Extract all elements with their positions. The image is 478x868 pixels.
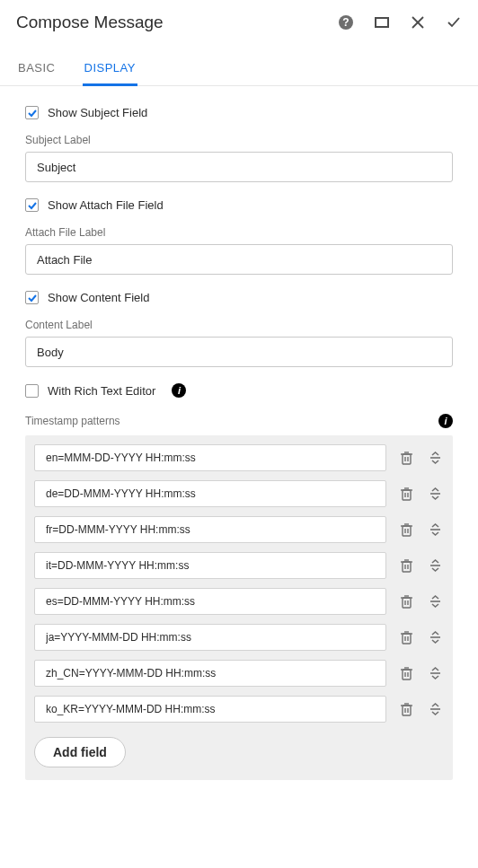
show-attach-checkbox[interactable] xyxy=(25,198,39,212)
fullscreen-icon[interactable] xyxy=(374,14,390,31)
timestamp-input[interactable] xyxy=(34,480,386,507)
delete-icon[interactable] xyxy=(397,700,415,718)
svg-rect-47 xyxy=(403,706,411,715)
timestamp-title: Timestamp patterns xyxy=(25,415,120,427)
svg-rect-17 xyxy=(403,526,411,536)
svg-rect-11 xyxy=(403,490,411,500)
timestamp-row xyxy=(34,552,444,579)
close-icon[interactable] xyxy=(410,14,426,31)
timestamp-row xyxy=(34,516,444,543)
show-content-label[interactable]: Show Content Field xyxy=(48,291,149,304)
subject-label-title: Subject Label xyxy=(25,134,453,146)
show-attach-row: Show Attach File Field xyxy=(25,198,453,212)
delete-icon[interactable] xyxy=(397,449,415,467)
tab-bar: BASIC DISPLAY xyxy=(0,52,478,86)
show-attach-label[interactable]: Show Attach File Field xyxy=(48,198,164,212)
attach-label-title: Attach File Label xyxy=(25,226,453,239)
timestamp-row xyxy=(34,696,444,723)
show-subject-checkbox[interactable] xyxy=(25,106,39,119)
header-actions: ? xyxy=(338,14,462,31)
rich-text-row: With Rich Text Editor i xyxy=(25,383,453,398)
info-icon[interactable]: i xyxy=(438,414,453,428)
move-icon[interactable] xyxy=(426,485,444,503)
show-content-checkbox[interactable] xyxy=(25,291,39,304)
timestamp-input[interactable] xyxy=(34,516,386,543)
delete-icon[interactable] xyxy=(397,592,415,610)
timestamp-row xyxy=(34,660,444,687)
show-subject-row: Show Subject Field xyxy=(25,106,453,119)
delete-icon[interactable] xyxy=(397,485,415,503)
tab-display[interactable]: DISPLAY xyxy=(83,52,137,85)
content-label-input[interactable] xyxy=(25,337,453,367)
delete-icon[interactable] xyxy=(397,557,415,574)
timestamp-row xyxy=(34,588,444,615)
done-icon[interactable] xyxy=(446,14,462,31)
svg-rect-5 xyxy=(403,454,411,464)
form-content: Show Subject Field Subject Label Show At… xyxy=(0,86,478,805)
svg-rect-2 xyxy=(376,18,388,27)
info-icon[interactable]: i xyxy=(172,383,186,398)
timestamp-header: Timestamp patterns i xyxy=(25,414,453,428)
timestamp-row xyxy=(34,444,444,471)
help-icon[interactable]: ? xyxy=(338,14,354,31)
attach-label-input[interactable] xyxy=(25,244,453,275)
delete-icon[interactable] xyxy=(397,628,415,646)
move-icon[interactable] xyxy=(426,592,444,610)
timestamp-input[interactable] xyxy=(34,696,386,723)
svg-rect-29 xyxy=(403,598,411,608)
rich-text-label[interactable]: With Rich Text Editor xyxy=(48,384,155,398)
show-content-row: Show Content Field xyxy=(25,291,453,304)
timestamp-panel: Add field xyxy=(25,435,453,780)
timestamp-input[interactable] xyxy=(34,552,386,579)
add-field-button[interactable]: Add field xyxy=(34,737,126,767)
timestamp-input[interactable] xyxy=(34,588,386,615)
timestamp-input[interactable] xyxy=(34,444,386,471)
move-icon[interactable] xyxy=(426,557,444,574)
svg-rect-41 xyxy=(403,670,411,679)
content-label-title: Content Label xyxy=(25,319,453,331)
dialog-title: Compose Message xyxy=(16,13,338,32)
timestamp-row xyxy=(34,480,444,507)
show-subject-label[interactable]: Show Subject Field xyxy=(48,106,147,119)
timestamp-input[interactable] xyxy=(34,624,386,651)
timestamp-row xyxy=(34,624,444,651)
move-icon[interactable] xyxy=(426,664,444,682)
subject-label-input[interactable] xyxy=(25,152,453,182)
svg-rect-35 xyxy=(403,634,411,644)
tab-basic[interactable]: BASIC xyxy=(16,52,58,85)
delete-icon[interactable] xyxy=(397,521,415,539)
delete-icon[interactable] xyxy=(397,664,415,682)
move-icon[interactable] xyxy=(426,700,444,718)
rich-text-checkbox[interactable] xyxy=(25,384,39,398)
move-icon[interactable] xyxy=(426,521,444,539)
svg-rect-23 xyxy=(403,562,411,572)
dialog-header: Compose Message ? xyxy=(0,0,478,39)
move-icon[interactable] xyxy=(426,449,444,467)
move-icon[interactable] xyxy=(426,628,444,646)
timestamp-input[interactable] xyxy=(34,660,386,687)
svg-text:?: ? xyxy=(342,16,349,29)
